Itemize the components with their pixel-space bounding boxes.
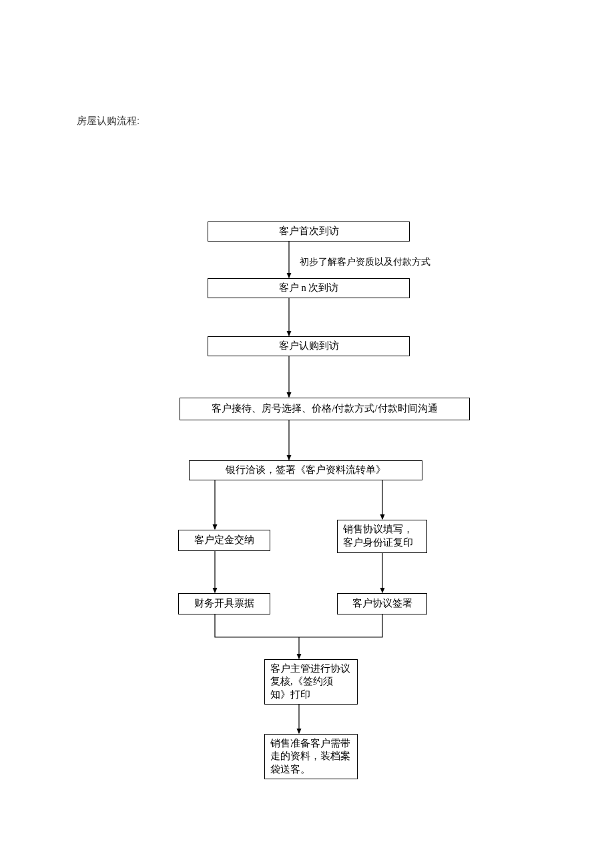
node-subscribe-visit: 客户认购到访 (208, 336, 410, 356)
node-deposit: 客户定金交纳 (178, 530, 270, 551)
node-reception-negotiation: 客户接待、房号选择、价格/付款方式/付款时间沟通 (180, 398, 470, 420)
node-agreement-fill: 销售协议填写，客户身份证复印 (337, 520, 427, 553)
node-agreement-sign: 客户协议签署 (337, 593, 427, 614)
diagram-title: 房屋认购流程: (77, 115, 139, 127)
annotation-initial-understanding: 初步了解客户资质以及付款方式 (300, 256, 430, 268)
node-prepare-materials: 销售准备客户需带走的资料，装档案袋送客。 (264, 734, 358, 779)
node-supervisor-review: 客户主管进行协议复核,《签约须知》打印 (264, 659, 358, 705)
node-n-visit: 客户 n 次到访 (208, 278, 410, 298)
node-finance-receipt: 财务开具票据 (178, 593, 270, 614)
node-first-visit: 客户首次到访 (208, 222, 410, 242)
node-bank-sign: 银行洽谈，签署《客户资料流转单》 (189, 460, 422, 480)
